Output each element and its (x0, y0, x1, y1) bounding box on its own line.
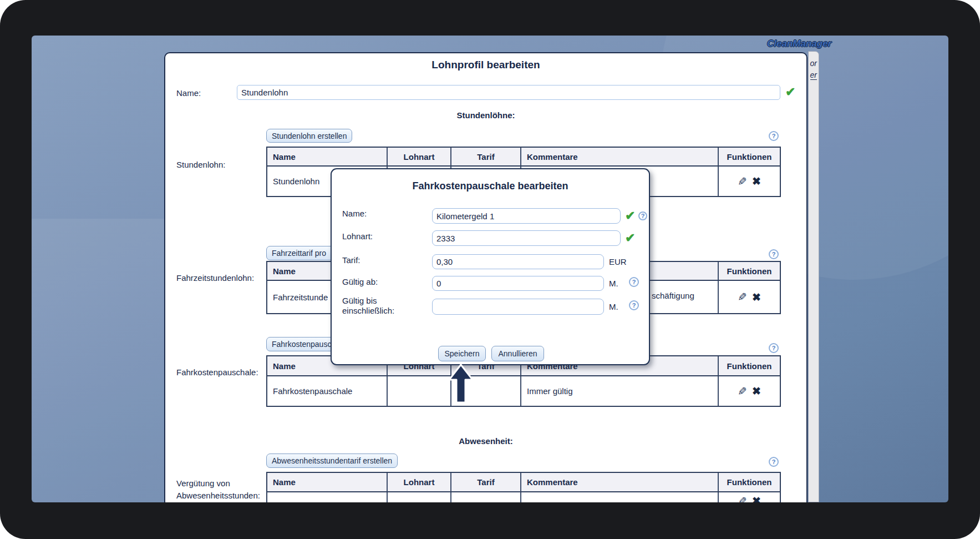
comment-text-fragment: schäftigung (652, 291, 694, 300)
valid-check-icon: ✔ (625, 232, 635, 244)
section-heading-abwesenheit: Abwesenheit: (165, 436, 806, 446)
cell-lohnart (388, 376, 451, 406)
edit-icon[interactable]: ✎ (738, 386, 747, 397)
currency-unit-label: EUR (609, 257, 627, 266)
row-label-fahrkostenpauschale: Fahrkostenpauschale: (176, 367, 258, 377)
dialog-tarif-label: Tarif: (342, 255, 360, 265)
lohnprofil-form-panel: Lohnprofil bearbeiten Name: ✔ Stundenlöh… (164, 52, 808, 502)
cell-funktionen: ✎ ✖ (719, 167, 780, 196)
create-stundenlohn-button[interactable]: Stundenlohn erstellen (266, 129, 352, 143)
dialog-name-label: Name: (342, 209, 367, 218)
device-frame: CleanManager or er Lohnprofil bearbeiten… (0, 0, 980, 539)
create-abwesenheitstarif-button[interactable]: Abwesenheitsstundentarif erstellen (266, 454, 398, 468)
column-header-funktionen: Funktionen (719, 262, 780, 280)
help-icon-fahrkosten[interactable]: ? (769, 343, 779, 353)
side-link-fragment-2[interactable]: er (810, 70, 817, 80)
save-button[interactable]: Speichern (438, 346, 486, 361)
edit-icon[interactable]: ✎ (738, 496, 747, 502)
page-title: Lohnprofil bearbeiten (165, 59, 806, 71)
cell-name: Fahrkostenpauschale (267, 376, 388, 406)
cell-funktionen: ✎ ✖ (719, 281, 780, 313)
help-icon-gueltig-bis[interactable]: ? (629, 300, 639, 310)
dialog-gueltig-bis-input[interactable] (432, 299, 604, 315)
column-header-kommentare: Kommentare (521, 148, 719, 165)
valid-check-icon: ✔ (625, 210, 635, 222)
cell-funktionen: ✎ ✖ (719, 492, 780, 502)
abwesenheit-table: Name Lohnart Tarif Kommentare Funktionen… (266, 472, 781, 502)
column-header-funktionen: Funktionen (719, 356, 780, 375)
valid-check-icon: ✔ (785, 86, 795, 98)
column-header-funktionen: Funktionen (719, 148, 780, 165)
fahrkostenpauschale-edit-dialog: Fahrkostenpauschale bearbeiten Name: ✔ ?… (331, 168, 650, 365)
help-icon-abwesenheit[interactable]: ? (769, 457, 779, 467)
background-side-panel: or er (808, 51, 819, 502)
dialog-lohnart-label: Lohnart: (342, 231, 373, 241)
column-header-lohnart: Lohnart (388, 473, 451, 491)
dialog-gueltig-ab-input[interactable] (432, 276, 604, 291)
column-header-tarif: Tarif (451, 148, 521, 165)
row-label-fahrzeitstundenlohn: Fahrzeitstundenlohn: (176, 273, 254, 283)
month-unit-label: M. (609, 279, 618, 288)
side-link-fragment-1[interactable]: or (810, 59, 817, 68)
profile-name-input[interactable] (237, 85, 780, 100)
dialog-name-input[interactable] (432, 208, 621, 224)
column-header-name: Name (267, 148, 388, 165)
browser-viewport: CleanManager or er Lohnprofil bearbeiten… (32, 36, 948, 502)
column-header-name: Name (267, 473, 388, 491)
dialog-gueltig-bis-label-line2: einschließlich: (342, 306, 394, 315)
table-header-row: Name Lohnart Tarif Kommentare Funktionen (267, 473, 780, 492)
cell-lohnart (388, 492, 451, 502)
delete-icon[interactable]: ✖ (752, 292, 761, 303)
cell-kommentare: Immer gültig (521, 376, 719, 406)
dialog-gueltig-ab-label: Gültig ab: (342, 277, 378, 286)
column-header-funktionen: Funktionen (719, 473, 780, 491)
row-label-stundenlohn: Stundenlohn: (176, 160, 225, 169)
cell-tarif (451, 492, 521, 502)
table-row: Fahrkostenpauschale Immer gültig ✎ ✖ (267, 376, 780, 406)
cell-funktionen: ✎ ✖ (719, 376, 780, 406)
cell-name (267, 492, 388, 502)
dialog-gueltig-bis-label-line1: Gültig bis (342, 296, 377, 305)
help-icon-gueltig-ab[interactable]: ? (629, 277, 639, 287)
help-icon-dialog-name[interactable]: ? (638, 211, 647, 220)
cleanmanager-logo: CleanManager (767, 38, 831, 49)
row-label-verguetung-line1: Vergütung von (176, 478, 230, 488)
help-icon-stundenlohn[interactable]: ? (769, 131, 779, 141)
edit-icon[interactable]: ✎ (738, 291, 747, 303)
dialog-tarif-input[interactable] (432, 254, 604, 269)
edit-icon[interactable]: ✎ (738, 176, 747, 187)
delete-icon[interactable]: ✖ (752, 496, 761, 502)
cursor-arrow-icon (448, 364, 474, 406)
table-row: ✎ ✖ (267, 492, 780, 502)
help-icon-fahrzeit[interactable]: ? (769, 249, 779, 259)
dialog-title: Fahrkostenpauschale bearbeiten (332, 180, 649, 192)
month-unit-label: M. (609, 302, 618, 311)
row-label-verguetung-line2: Abwesenheitsstunden: (176, 491, 260, 500)
column-header-lohnart: Lohnart (388, 148, 451, 165)
name-field-label: Name: (176, 88, 201, 98)
delete-icon[interactable]: ✖ (752, 176, 761, 187)
column-header-kommentare: Kommentare (521, 473, 719, 491)
cancel-button[interactable]: Annullieren (491, 346, 544, 361)
table-header-row: Name Lohnart Tarif Kommentare Funktionen (267, 148, 780, 167)
section-heading-stundenloehne: Stundenlöhne: (165, 110, 806, 120)
cell-kommentare (521, 492, 719, 502)
delete-icon[interactable]: ✖ (752, 386, 761, 396)
dialog-lohnart-input[interactable] (432, 230, 621, 246)
column-header-tarif: Tarif (451, 473, 521, 491)
